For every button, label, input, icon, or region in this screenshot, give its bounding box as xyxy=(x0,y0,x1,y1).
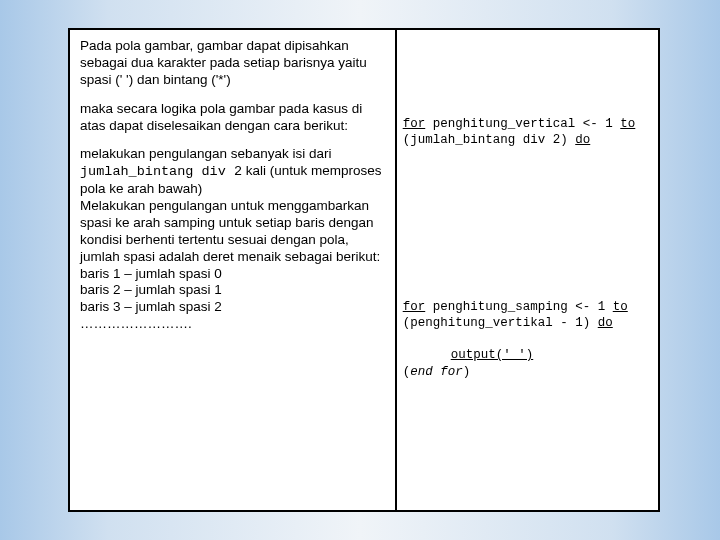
line-baris-1: baris 1 – jumlah spasi 0 xyxy=(80,266,385,283)
kw-do-2: do xyxy=(598,316,613,330)
b2-l2: (penghitung_vertikal - 1) xyxy=(403,316,598,330)
line-baris-2: baris 2 – jumlah spasi 1 xyxy=(80,282,385,299)
p3-code: jumlah_bintang div 2 xyxy=(80,164,242,179)
code-block-1: for penghitung_vertical <- 1 to (jumlah_… xyxy=(403,116,652,149)
code-b1-line2: (jumlah_bintang div 2) do xyxy=(403,132,652,148)
kw-to: to xyxy=(620,117,635,131)
blank-line xyxy=(403,331,652,347)
kw-to-2: to xyxy=(613,300,628,314)
paragraph-4: Melakukan pengulangan untuk menggambarka… xyxy=(80,198,385,266)
kw-for: for xyxy=(403,117,426,131)
code-b1-line1: for penghitung_vertical <- 1 to xyxy=(403,116,652,132)
kw-do: do xyxy=(575,133,590,147)
paragraph-1: Pada pola gambar, gambar dapat dipisahka… xyxy=(80,38,385,89)
line-dots: ……………………. xyxy=(80,316,385,333)
kw-output: output(' ') xyxy=(451,348,534,362)
content-frame: Pada pola gambar, gambar dapat dipisahka… xyxy=(68,28,660,512)
b1-l2: (jumlah_bintang div 2) xyxy=(403,133,576,147)
end-italic: end for xyxy=(410,365,463,379)
paragraph-2: maka secara logika pola gambar pada kasu… xyxy=(80,101,385,135)
code-b2-end: (end for) xyxy=(403,364,652,380)
line-baris-3: baris 3 – jumlah spasi 2 xyxy=(80,299,385,316)
code-block-2: for penghitung_samping <- 1 to (penghitu… xyxy=(403,299,652,380)
code-b2-line1: for penghitung_samping <- 1 to xyxy=(403,299,652,315)
right-column: for penghitung_vertical <- 1 to (jumlah_… xyxy=(397,30,658,510)
code-b2-line2: (penghitung_vertikal - 1) do xyxy=(403,315,652,331)
end-close: ) xyxy=(463,365,471,379)
left-column: Pada pola gambar, gambar dapat dipisahka… xyxy=(70,30,397,510)
b2-mid: penghitung_samping <- 1 xyxy=(425,300,613,314)
code-b2-output: output(' ') xyxy=(403,347,652,363)
paragraph-3: melakukan pengulangan sebanyak isi dari … xyxy=(80,146,385,198)
p3-part-a: melakukan pengulangan sebanyak isi dari xyxy=(80,146,331,161)
kw-for-2: for xyxy=(403,300,426,314)
b1-mid: penghitung_vertical <- 1 xyxy=(425,117,620,131)
